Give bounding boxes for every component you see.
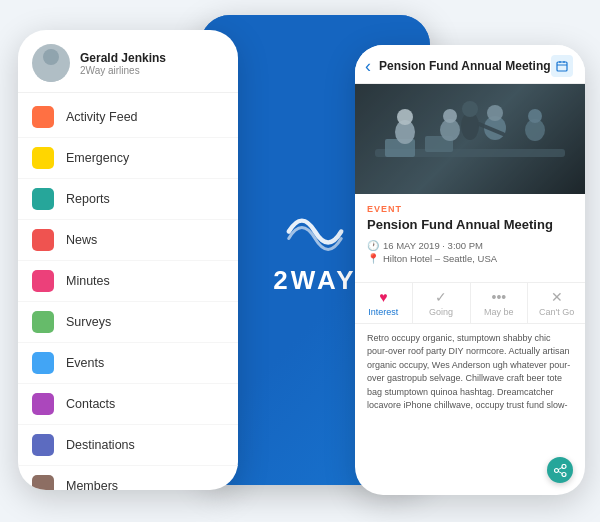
fab-button[interactable] xyxy=(547,457,573,483)
nav-icon-activity-feed xyxy=(32,106,54,128)
nav-icon-members xyxy=(32,475,54,490)
detail-page-title: Pension Fund Annual Meeting xyxy=(379,59,551,73)
nav-item-reports[interactable]: Reports xyxy=(18,179,238,220)
nav-icon-emergency xyxy=(32,147,54,169)
calendar-icon-button[interactable] xyxy=(551,55,573,77)
event-image xyxy=(355,84,585,194)
svg-point-10 xyxy=(397,109,413,125)
event-tag: EVENT xyxy=(367,204,573,214)
nav-item-contacts[interactable]: Contacts xyxy=(18,384,238,425)
nav-icon-news xyxy=(32,229,54,251)
nav-icon-reports xyxy=(32,188,54,210)
user-info: Gerald Jenkins 2Way airlines xyxy=(80,51,166,76)
svg-point-0 xyxy=(43,49,59,65)
detail-header: ‹ Pension Fund Annual Meeting xyxy=(355,45,585,84)
nav-label: Surveys xyxy=(66,315,111,329)
nav-icon-surveys xyxy=(32,311,54,333)
heart-icon: ♥ xyxy=(379,289,387,305)
nav-label: Activity Feed xyxy=(66,110,138,124)
user-name: Gerald Jenkins xyxy=(80,51,166,65)
event-date: 🕐 16 MAY 2019 · 3:00 PM xyxy=(367,240,573,251)
nav-label: News xyxy=(66,233,97,247)
nav-item-minutes[interactable]: Minutes xyxy=(18,261,238,302)
nav-label: Events xyxy=(66,356,104,370)
svg-line-23 xyxy=(558,467,562,469)
svg-point-18 xyxy=(462,101,478,117)
clock-icon: 🕐 xyxy=(367,240,379,251)
nav-label: Contacts xyxy=(66,397,115,411)
nav-list: Activity FeedEmergencyReportsNewsMinutes… xyxy=(18,93,238,490)
nav-item-events[interactable]: Events xyxy=(18,343,238,384)
nav-item-members[interactable]: Members xyxy=(18,466,238,490)
svg-point-1 xyxy=(37,68,65,82)
nav-icon-contacts xyxy=(32,393,54,415)
event-location: 📍 Hilton Hotel – Seattle, USA xyxy=(367,253,573,264)
svg-line-24 xyxy=(558,471,562,473)
back-button[interactable]: ‹ xyxy=(365,56,371,77)
nav-item-activity-feed[interactable]: Activity Feed xyxy=(18,97,238,138)
logo-symbol xyxy=(273,204,356,259)
svg-point-20 xyxy=(562,464,566,468)
interest-button[interactable]: ♥ Interest xyxy=(355,283,413,323)
nav-label: Members xyxy=(66,479,118,490)
avatar xyxy=(32,44,70,82)
location-icon: 📍 xyxy=(367,253,379,264)
left-phone: Gerald Jenkins 2Way airlines Activity Fe… xyxy=(18,30,238,490)
check-icon: ✓ xyxy=(435,289,447,305)
nav-label: Reports xyxy=(66,192,110,206)
svg-point-14 xyxy=(487,105,503,121)
x-icon: ✕ xyxy=(551,289,563,305)
svg-point-22 xyxy=(562,472,566,476)
right-phone: ‹ Pension Fund Annual Meeting xyxy=(355,45,585,495)
event-name: Pension Fund Annual Meeting xyxy=(367,217,573,234)
nav-icon-destinations xyxy=(32,434,54,456)
going-button[interactable]: ✓ Going xyxy=(413,283,471,323)
nav-item-destinations[interactable]: Destinations xyxy=(18,425,238,466)
cant-go-button[interactable]: ✕ Can't Go xyxy=(528,283,585,323)
dots-icon: ••• xyxy=(492,289,507,305)
nav-item-surveys[interactable]: Surveys xyxy=(18,302,238,343)
action-row: ♥ Interest ✓ Going ••• May be ✕ Can't Go xyxy=(355,282,585,324)
svg-point-16 xyxy=(528,109,542,123)
nav-label: Destinations xyxy=(66,438,135,452)
svg-point-21 xyxy=(554,468,558,472)
user-company: 2Way airlines xyxy=(80,65,166,76)
nav-icon-minutes xyxy=(32,270,54,292)
svg-point-12 xyxy=(443,109,457,123)
nav-item-news[interactable]: News xyxy=(18,220,238,261)
maybe-button[interactable]: ••• May be xyxy=(471,283,529,323)
nav-label: Emergency xyxy=(66,151,129,165)
nav-item-emergency[interactable]: Emergency xyxy=(18,138,238,179)
event-body: EVENT Pension Fund Annual Meeting 🕐 16 M… xyxy=(355,194,585,274)
logo-text: 2WAY xyxy=(273,265,356,296)
svg-rect-2 xyxy=(557,62,567,71)
logo-container: 2WAY xyxy=(273,204,356,296)
nav-label: Minutes xyxy=(66,274,110,288)
nav-icon-events xyxy=(32,352,54,374)
user-header: Gerald Jenkins 2Way airlines xyxy=(18,30,238,93)
event-description: Retro occupy organic, stumptown shabby c… xyxy=(355,332,585,412)
